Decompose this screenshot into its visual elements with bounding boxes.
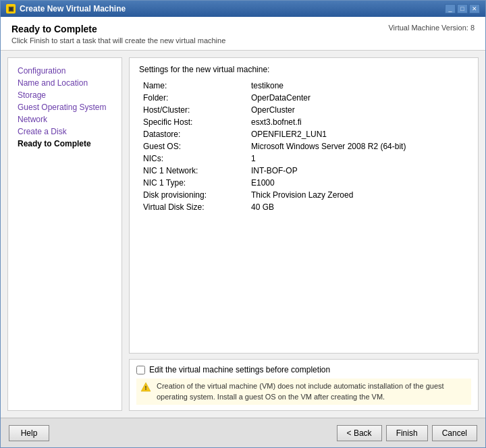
close-button[interactable]: ✕ bbox=[469, 4, 480, 13]
settings-label: Guest OS: bbox=[139, 140, 247, 152]
footer-right: < Back Finish Cancel bbox=[337, 425, 477, 441]
sidebar-link-configuration[interactable]: Configuration bbox=[18, 66, 65, 76]
sidebar-item-ready: Ready to Complete bbox=[8, 138, 122, 150]
settings-label: Folder: bbox=[139, 92, 247, 104]
bottom-section: Edit the virtual machine settings before… bbox=[129, 359, 479, 411]
settings-label: Host/Cluster: bbox=[139, 104, 247, 116]
footer-left: Help bbox=[9, 425, 49, 441]
footer: Help < Back Finish Cancel bbox=[1, 418, 485, 447]
version-label: Virtual Machine Version: 8 bbox=[388, 24, 475, 32]
sidebar-item-create-disk[interactable]: Create a Disk bbox=[8, 125, 122, 138]
sidebar-link-create-disk[interactable]: Create a Disk bbox=[18, 127, 67, 136]
table-row: Specific Host:esxt3.bofnet.fi bbox=[139, 116, 468, 128]
table-row: Datastore:OPENFILER2_LUN1 bbox=[139, 128, 468, 140]
settings-label: Virtual Disk Size: bbox=[139, 201, 247, 213]
header-title: Ready to Complete bbox=[11, 24, 225, 34]
settings-value: esxt3.bofnet.fi bbox=[247, 116, 468, 128]
table-row: Disk provisioning:Thick Provision Lazy Z… bbox=[139, 189, 468, 201]
settings-value: Thick Provision Lazy Zeroed bbox=[247, 189, 468, 201]
settings-value: INT-BOF-OP bbox=[247, 165, 468, 177]
window-icon: ▣ bbox=[6, 4, 16, 13]
sidebar-item-storage[interactable]: Storage bbox=[8, 89, 122, 101]
sidebar-link-guest-os[interactable]: Guest Operating System bbox=[18, 103, 106, 112]
svg-text:!: ! bbox=[145, 385, 147, 391]
content-area: Configuration Name and Location Storage … bbox=[1, 51, 485, 418]
edit-settings-label[interactable]: Edit the virtual machine settings before… bbox=[149, 365, 330, 374]
settings-box: Settings for the new virtual machine: Na… bbox=[129, 57, 479, 354]
window-title: Create New Virtual Machine bbox=[20, 4, 126, 13]
settings-title: Settings for the new virtual machine: bbox=[139, 65, 468, 74]
help-button[interactable]: Help bbox=[9, 425, 49, 441]
table-row: Host/Cluster:OperCluster bbox=[139, 104, 468, 116]
warning-icon: ! bbox=[140, 382, 151, 393]
sidebar-link-name-location[interactable]: Name and Location bbox=[18, 78, 88, 88]
sidebar-item-configuration[interactable]: Configuration bbox=[8, 65, 122, 77]
settings-label: Datastore: bbox=[139, 128, 247, 140]
table-row: Virtual Disk Size:40 GB bbox=[139, 201, 468, 213]
settings-value: OperCluster bbox=[247, 104, 468, 116]
sidebar-active-label: Ready to Complete bbox=[18, 139, 91, 148]
settings-value: Microsoft Windows Server 2008 R2 (64-bit… bbox=[247, 140, 468, 152]
settings-label: NICs: bbox=[139, 152, 247, 165]
header-section: Ready to Complete Click Finish to start … bbox=[1, 17, 485, 51]
sidebar-item-guest-os[interactable]: Guest Operating System bbox=[8, 101, 122, 113]
table-row: Folder:OperDataCenter bbox=[139, 92, 468, 104]
settings-value: 40 GB bbox=[247, 201, 468, 213]
settings-label: NIC 1 Network: bbox=[139, 165, 247, 177]
back-button[interactable]: < Back bbox=[337, 425, 382, 441]
title-bar-left: ▣ Create New Virtual Machine bbox=[6, 4, 126, 13]
edit-settings-checkbox[interactable] bbox=[136, 366, 145, 374]
table-row: NICs:1 bbox=[139, 152, 468, 165]
header-text: Ready to Complete Click Finish to start … bbox=[11, 24, 225, 45]
title-bar: ▣ Create New Virtual Machine _ □ ✕ bbox=[1, 1, 485, 17]
settings-value: OPENFILER2_LUN1 bbox=[247, 128, 468, 140]
checkbox-row: Edit the virtual machine settings before… bbox=[136, 365, 471, 374]
settings-label: NIC 1 Type: bbox=[139, 177, 247, 189]
sidebar: Configuration Name and Location Storage … bbox=[7, 57, 122, 411]
warning-text: Creation of the virtual machine (VM) doe… bbox=[157, 381, 467, 402]
sidebar-link-network[interactable]: Network bbox=[18, 115, 47, 124]
cancel-button[interactable]: Cancel bbox=[432, 425, 477, 441]
settings-label: Disk provisioning: bbox=[139, 189, 247, 201]
sidebar-item-network[interactable]: Network bbox=[8, 113, 122, 125]
header-subtitle: Click Finish to start a task that will c… bbox=[11, 36, 225, 45]
warning-row: ! Creation of the virtual machine (VM) d… bbox=[136, 379, 471, 405]
table-row: Guest OS:Microsoft Windows Server 2008 R… bbox=[139, 140, 468, 152]
minimize-button[interactable]: _ bbox=[445, 4, 456, 13]
restore-button[interactable]: □ bbox=[457, 4, 468, 13]
title-controls[interactable]: _ □ ✕ bbox=[445, 4, 480, 13]
settings-value: OperDataCenter bbox=[247, 92, 468, 104]
main-panel: Settings for the new virtual machine: Na… bbox=[129, 57, 479, 411]
sidebar-link-storage[interactable]: Storage bbox=[18, 90, 46, 100]
table-row: NIC 1 Network:INT-BOF-OP bbox=[139, 165, 468, 177]
settings-label: Specific Host: bbox=[139, 116, 247, 128]
settings-value: 1 bbox=[247, 152, 468, 165]
table-row: NIC 1 Type:E1000 bbox=[139, 177, 468, 189]
sidebar-item-name-location[interactable]: Name and Location bbox=[8, 77, 122, 89]
settings-label: Name: bbox=[139, 80, 247, 92]
finish-button[interactable]: Finish bbox=[386, 425, 428, 441]
settings-value: E1000 bbox=[247, 177, 468, 189]
main-window: ▣ Create New Virtual Machine _ □ ✕ Ready… bbox=[0, 0, 486, 448]
table-row: Name:testikone bbox=[139, 80, 468, 92]
settings-table: Name:testikoneFolder:OperDataCenterHost/… bbox=[139, 80, 468, 213]
settings-value: testikone bbox=[247, 80, 468, 92]
